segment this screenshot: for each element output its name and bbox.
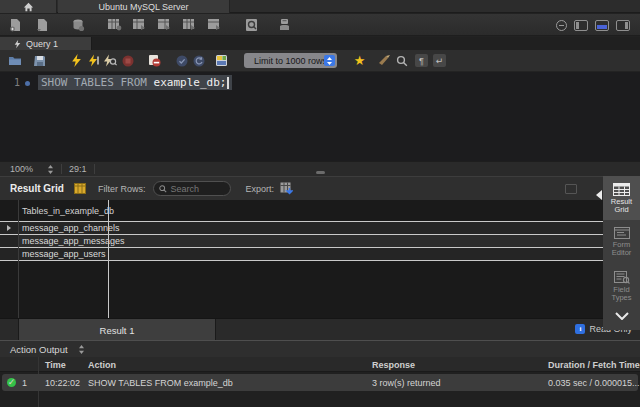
commit-icon[interactable] [173,53,190,69]
result-grid-toolbar: Result Grid Filter Rows: Export: [0,176,603,200]
save-snippet-icon[interactable]: ★ [351,53,368,69]
result-tab[interactable]: Result 1 [18,319,216,341]
result-column-header[interactable]: Tables_in_example_db [0,200,603,222]
open-sql-file-icon[interactable] [33,17,51,33]
row-number: 1 [22,378,27,388]
open-script-icon[interactable] [6,53,23,69]
sql-identifier-text: example_db; [154,76,227,89]
new-table-icon[interactable] [105,17,123,33]
home-tab[interactable] [0,0,57,13]
new-event-icon[interactable] [205,17,223,33]
result-side-panel: Result Grid Form Editor Field Types [603,176,640,330]
toggle-autocommit-icon[interactable] [213,53,230,69]
titlebar: Ubuntu MySQL Server [0,0,640,13]
sql-keyword-text: SHOW TABLES FROM [41,76,154,89]
grid-columns-icon[interactable] [74,183,86,194]
result-grid: Tables_in_example_db message_app_channel… [0,200,603,318]
export-label: Export: [245,184,274,194]
result-tab-label: Result 1 [100,325,135,336]
row-duration: 0.035 sec / 0.000015... [548,378,640,388]
wrap-text-icon[interactable]: ↵ [433,54,446,67]
connection-tab[interactable]: Ubuntu MySQL Server [58,0,230,13]
explain-icon[interactable] [102,53,119,69]
result-grid-title: Result Grid [10,183,64,194]
action-output-selector-icon[interactable] [78,345,85,354]
result-column-header-label: Tables_in_example_db [22,206,114,216]
table-row[interactable]: message_app_users [0,248,603,261]
new-function-icon[interactable] [180,17,198,33]
row-pointer-icon [7,225,11,231]
search-data-icon[interactable] [243,17,261,33]
column-divider[interactable] [108,200,109,318]
sql-statement[interactable]: SHOW TABLES FROM example_db; [38,75,232,90]
query-tab-label: Query 1 [26,39,58,49]
execute-icon[interactable] [68,53,85,69]
row-response: 3 row(s) returned [372,378,441,388]
table-cell: message_app_users [22,249,106,259]
zoom-stepper-icon[interactable] [47,165,54,174]
export-icon[interactable] [280,182,293,195]
connection-tab-label: Ubuntu MySQL Server [98,2,188,12]
new-procedure-icon[interactable] [155,17,173,33]
col-time: Time [45,360,66,370]
row-marker [0,235,18,247]
row-action: SHOW TABLES FROM example_db [88,378,233,388]
table-cell: message_app_channels [22,223,120,233]
field-types-icon [614,271,630,284]
action-output-row[interactable]: ✓ 1 10:22:02 SHOW TABLES FROM example_db… [2,374,638,391]
beautify-query-icon[interactable] [376,53,393,69]
table-row[interactable]: message_app_messages [0,235,603,248]
toggle-right-panel-icon[interactable] [616,20,630,31]
row-time: 10:22:02 [45,378,80,388]
server-admin-icon[interactable] [275,17,293,33]
search-icon [159,185,167,193]
connection-status-icon[interactable] [556,20,567,31]
active-pointer-icon [596,190,602,200]
row-marker [0,222,18,234]
sql-editor[interactable]: 1 SHOW TABLES FROM example_db; [0,72,640,161]
result-tabbar: Result 1 i Read Only [0,318,640,340]
filter-rows-label: Filter Rows: [98,184,146,194]
table-row[interactable]: message_app_channels [0,222,603,235]
execute-current-statement-icon[interactable] [85,53,102,69]
action-output-header: Action Output [0,341,640,357]
query-tabbar: Query 1 [0,37,640,50]
show-invisibles-icon[interactable]: ¶ [415,54,428,67]
result-grid-icon [613,183,630,196]
col-duration: Duration / Fetch Time [548,360,640,370]
rollback-icon[interactable] [190,53,207,69]
side-panel-result-grid[interactable]: Result Grid [603,176,640,220]
toggle-bottom-panel-icon[interactable] [595,20,609,31]
text-caret [227,77,229,89]
success-check-icon: ✓ [7,378,16,387]
new-schema-icon[interactable] [69,17,87,33]
col-action: Action [88,360,116,370]
save-script-icon[interactable] [31,53,48,69]
table-cell: message_app_messages [22,236,125,246]
gutter-line [18,200,19,318]
stop-icon[interactable] [119,53,136,69]
cursor-position: 29:1 [69,164,87,174]
toggle-stop-on-error-icon[interactable] [146,53,163,69]
statement-marker-icon [25,81,30,86]
form-editor-icon [614,227,630,239]
toggle-left-panel-icon[interactable] [574,20,588,31]
side-panel-form-editor[interactable]: Form Editor [603,220,640,264]
new-view-icon[interactable] [130,17,148,33]
filter-search-input[interactable] [170,184,225,194]
splitter-handle[interactable] [316,171,325,174]
maximize-result-icon[interactable] [565,184,577,194]
filter-search-box[interactable] [153,181,231,196]
dropdown-stepper-icon [324,55,335,66]
query-tab[interactable]: Query 1 [0,37,92,50]
editor-toolbar: Limit to 1000 rows ★ ¶ ↵ [0,50,640,72]
side-panel-field-types[interactable]: Field Types [603,264,640,308]
collapse-panel-chevron-icon[interactable] [603,308,640,324]
col-response: Response [372,360,415,370]
home-icon [23,2,34,12]
query-lightning-icon [14,39,21,49]
limit-rows-dropdown[interactable]: Limit to 1000 rows [244,53,337,68]
zoom-level: 100% [10,164,33,174]
find-icon[interactable] [393,53,410,69]
new-sql-tab-icon[interactable] [6,17,24,33]
